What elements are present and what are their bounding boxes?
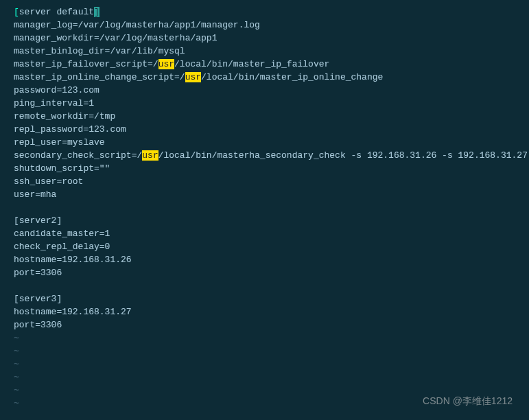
config-ping-interval: ping_interval=1 bbox=[14, 97, 515, 110]
server2-candidate-master: candidate_master=1 bbox=[14, 227, 515, 240]
blank-line bbox=[14, 279, 515, 292]
config-ssh-user: ssh_user=root bbox=[14, 175, 515, 188]
text-post: /local/bin/master_ip_failover bbox=[174, 59, 329, 69]
highlight-usr: usr bbox=[185, 72, 201, 82]
highlight-usr: usr bbox=[142, 150, 158, 161]
text-pre: secondary_check_script=/ bbox=[14, 150, 142, 161]
server3-hostname: hostname=192.168.31.27 bbox=[14, 305, 515, 318]
server2-hostname: hostname=192.168.31.26 bbox=[14, 253, 515, 266]
vim-tilde: ~ bbox=[14, 358, 515, 371]
terminal-editor[interactable]: [server default] manager_log=/var/log/ma… bbox=[14, 5, 515, 410]
config-user: user=mha bbox=[14, 188, 515, 201]
config-online-change-script: master_ip_online_change_script=/usr/loca… bbox=[14, 71, 515, 84]
bracket-close-cursor: ] bbox=[94, 7, 99, 17]
section-header-server3: [server3] bbox=[14, 292, 515, 305]
server2-check-repl-delay: check_repl_delay=0 bbox=[14, 240, 515, 253]
config-shutdown-script: shutdown_script="" bbox=[14, 162, 515, 175]
config-remote-workdir: remote_workdir=/tmp bbox=[14, 110, 515, 123]
blank-line bbox=[14, 201, 515, 214]
vim-tilde: ~ bbox=[14, 371, 515, 384]
config-failover-script: master_ip_failover_script=/usr/local/bin… bbox=[14, 58, 515, 71]
config-manager-log: manager_log=/var/log/masterha/app1/manag… bbox=[14, 19, 515, 32]
config-secondary-check: secondary_check_script=/usr/local/bin/ma… bbox=[14, 149, 515, 162]
server3-port: port=3306 bbox=[14, 318, 515, 331]
vim-tilde: ~ bbox=[14, 331, 515, 345]
text-pre: master_ip_online_change_script=/ bbox=[14, 72, 185, 82]
section-header-default: [server default] bbox=[14, 5, 515, 19]
highlight-usr: usr bbox=[158, 59, 174, 69]
watermark: CSDN @李维佳1212 bbox=[423, 395, 513, 408]
server2-port: port=3306 bbox=[14, 266, 515, 279]
text-post: /local/bin/master_ip_online_change bbox=[201, 72, 383, 82]
bracket-open: [ bbox=[14, 7, 19, 17]
config-password: password=123.com bbox=[14, 84, 515, 97]
text-pre: master_ip_failover_script=/ bbox=[14, 59, 158, 69]
config-repl-user: repl_user=myslave bbox=[14, 136, 515, 149]
vim-tilde: ~ bbox=[14, 345, 515, 358]
section-header-server2: [server2] bbox=[14, 214, 515, 227]
text-post: /local/bin/masterha_secondary_check -s 1… bbox=[158, 150, 528, 161]
config-manager-workdir: manager_workdir=/var/log/masterha/app1 bbox=[14, 32, 515, 45]
config-repl-password: repl_password=123.com bbox=[14, 123, 515, 136]
config-master-binlog-dir: master_binlog_dir=/var/lib/mysql bbox=[14, 45, 515, 58]
section-name: server default bbox=[19, 7, 94, 17]
